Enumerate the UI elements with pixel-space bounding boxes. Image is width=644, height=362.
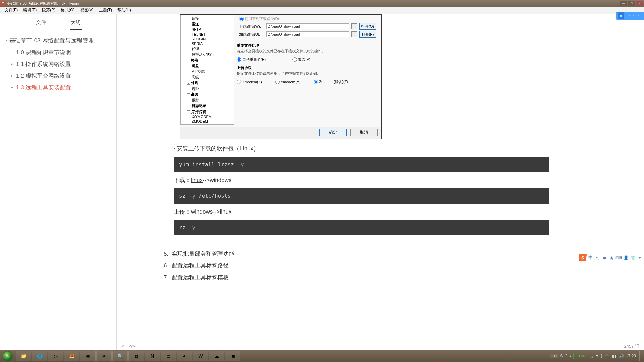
outline-item-1-2[interactable]: ▸ 1.2 虚拟平台网络设置 (3, 70, 113, 82)
outline-root[interactable]: ▾ 基础章节-03-网络配置与远程管理 (3, 35, 113, 47)
ime-lang-icon[interactable]: 中 (588, 255, 593, 261)
taskbar-app3[interactable]: ▤ (161, 351, 176, 361)
tree-node[interactable]: VT 模式 (181, 69, 234, 74)
upload-path-input[interactable] (266, 31, 349, 37)
ime-emoji-icon[interactable]: ☻ (602, 255, 607, 261)
radio-auto-rename[interactable]: 自动重命名(R) (237, 57, 266, 62)
tree-node[interactable]: TELNET (181, 32, 234, 37)
tree-node[interactable]: 键盘 (181, 63, 234, 69)
taskbar-cloud[interactable]: ☁ (209, 351, 224, 361)
ime-keyboard-icon[interactable]: ⌨ (616, 255, 622, 261)
tray-battery[interactable]: 100% (573, 353, 587, 359)
tree-node-file-transfer[interactable]: -文件传输 (181, 109, 234, 114)
collapse-icon[interactable]: - (187, 82, 190, 85)
taskbar-everything[interactable]: 🔍 (112, 351, 128, 361)
browse-upload-button[interactable]: … (351, 31, 357, 37)
tray-network-icon[interactable]: ⬚ (589, 354, 593, 358)
tree-group-terminal[interactable]: -终端 (181, 57, 234, 63)
maximize-button[interactable]: □ (628, 1, 635, 6)
tree-node[interactable]: RLOGIN (181, 37, 234, 41)
minimize-button[interactable]: — (620, 1, 627, 6)
ime-tool-icon[interactable]: ✦ (637, 255, 643, 261)
tree-node[interactable]: 保持活动状态 (181, 52, 234, 57)
taskbar-app1[interactable]: ★ (96, 351, 112, 361)
tree-node[interactable]: SFTP (181, 27, 234, 32)
tree-node[interactable]: 隧道 (181, 21, 234, 27)
ime-user-icon[interactable]: 👤 (623, 255, 629, 261)
ok-button[interactable]: 确定 (319, 129, 347, 136)
tray-volume-icon[interactable]: 🔊 (619, 354, 624, 358)
menu-view[interactable]: 视图(V) (77, 7, 96, 14)
menu-edit[interactable]: 编辑(E) (20, 7, 39, 14)
taskbar-app4[interactable]: ● (177, 351, 192, 361)
start-button[interactable] (0, 350, 15, 362)
download-path-input[interactable] (266, 23, 349, 29)
tree-node[interactable]: X/YMODEM (181, 114, 234, 119)
taskbar-chrome[interactable]: ◉ (80, 351, 96, 361)
tree-node[interactable]: ZMODEM (181, 119, 234, 124)
sogou-logo-icon[interactable]: S (579, 254, 587, 261)
tray-help-icon[interactable]: ? (565, 354, 567, 358)
taskbar-explorer[interactable]: 📁 (16, 351, 31, 361)
outline-item-1-0[interactable]: 1.0 课程知识章节说明 (3, 47, 113, 58)
tree-node[interactable]: 链接 (181, 16, 234, 21)
menu-theme[interactable]: 主题(T) (96, 7, 115, 14)
tray-wifi-icon[interactable]: ▮▮ (612, 354, 617, 358)
tab-outline[interactable]: 大纲 (70, 18, 82, 30)
nav-back-button[interactable]: < (121, 344, 124, 349)
tray-time[interactable]: 17:29 (626, 354, 636, 358)
source-code-toggle[interactable]: </> (129, 344, 135, 349)
tree-node[interactable]: SERIAL (181, 41, 234, 46)
menu-format[interactable]: 格式(O) (58, 7, 77, 14)
menu-paragraph[interactable]: 段落(P) (39, 7, 58, 14)
tray-flag-icon[interactable]: ⚑ (595, 354, 599, 358)
editor-content[interactable]: 链接 隧道 SFTP TELNET RLOGIN SERIAL 代理 保持活动状… (117, 14, 644, 350)
tray-chevron-up-icon[interactable]: ▴ (569, 354, 571, 358)
tree-node[interactable]: 边距 (181, 86, 234, 92)
tab-file[interactable]: 文件 (35, 18, 47, 30)
open-upload-button[interactable]: 打开(P) (359, 31, 376, 38)
tray-lang[interactable]: CH (550, 354, 558, 358)
tray-power-icon[interactable]: 🔌 (605, 354, 610, 358)
word-count[interactable]: 2457 词 (624, 343, 639, 349)
menu-help[interactable]: 帮助(H) (115, 7, 134, 14)
taskbar-app5[interactable]: ▣ (225, 351, 240, 361)
outline-item-1-3[interactable]: ▸ 1.3 远程工具安装配置 (3, 82, 113, 94)
taskbar-browser[interactable]: ◎ (48, 351, 63, 361)
download-paths-group: 使用下列下载路径(D): 下载路径(W): … 打开(O) 加载路径(U): …… (237, 15, 378, 41)
collapse-icon[interactable]: - (187, 93, 190, 96)
tray-sogou-icon[interactable]: S (560, 354, 563, 358)
close-button[interactable]: ✕ (636, 1, 643, 6)
radio-zmodem[interactable]: Zmodem(默认)(Z) (314, 79, 348, 84)
ime-punct-icon[interactable]: •, (595, 255, 600, 261)
radio-xmodem[interactable]: Xmodem(X) (237, 79, 262, 84)
radio-overwrite[interactable]: 覆盖(V) (292, 57, 310, 62)
taskbar-word[interactable]: W (193, 351, 208, 361)
browse-download-button[interactable]: … (351, 23, 357, 29)
taskbar-onenote[interactable]: N (145, 351, 160, 361)
tree-node[interactable]: 跟踪 (181, 97, 234, 103)
tree-node[interactable]: 日志记录 (181, 103, 234, 109)
ime-mic-icon[interactable]: ◉ (609, 255, 614, 261)
collapse-icon[interactable]: - (187, 59, 190, 62)
outline-item-1-1[interactable]: ▸ 1.1 操作系统网络设置 (3, 58, 113, 70)
options-tree[interactable]: 链接 隧道 SFTP TELNET RLOGIN SERIAL 代理 保持活动状… (180, 15, 234, 125)
tree-node[interactable]: 代理 (181, 46, 234, 52)
radio-ymodem[interactable]: Ymodem(Y) (275, 79, 301, 84)
taskbar-app2[interactable]: ▦ (128, 351, 144, 361)
use-path-radio[interactable] (239, 17, 244, 21)
open-download-button[interactable]: 打开(O) (359, 23, 376, 30)
show-desktop-button[interactable] (639, 351, 643, 361)
tree-group-advanced[interactable]: -高级 (181, 92, 234, 97)
tray-bluetooth-icon[interactable]: ᛒ (601, 354, 603, 358)
cursor-line[interactable] (174, 239, 631, 246)
taskbar-firefox[interactable]: 🦊 (64, 351, 79, 361)
ime-skin-icon[interactable]: 👕 (630, 255, 636, 261)
tree-node[interactable]: 高级 (181, 74, 234, 80)
cancel-button[interactable]: 取消 (350, 129, 378, 136)
collapse-icon[interactable]: - (187, 110, 190, 113)
ime-toolbar[interactable]: S 中 •, ☻ ◉ ⌨ 👤 👕 ✦ (578, 253, 644, 262)
tree-group-appearance[interactable]: -外观 (181, 80, 234, 86)
menu-file[interactable]: 文件(F) (2, 7, 20, 14)
taskbar-ie[interactable]: 🌐 (32, 351, 47, 361)
